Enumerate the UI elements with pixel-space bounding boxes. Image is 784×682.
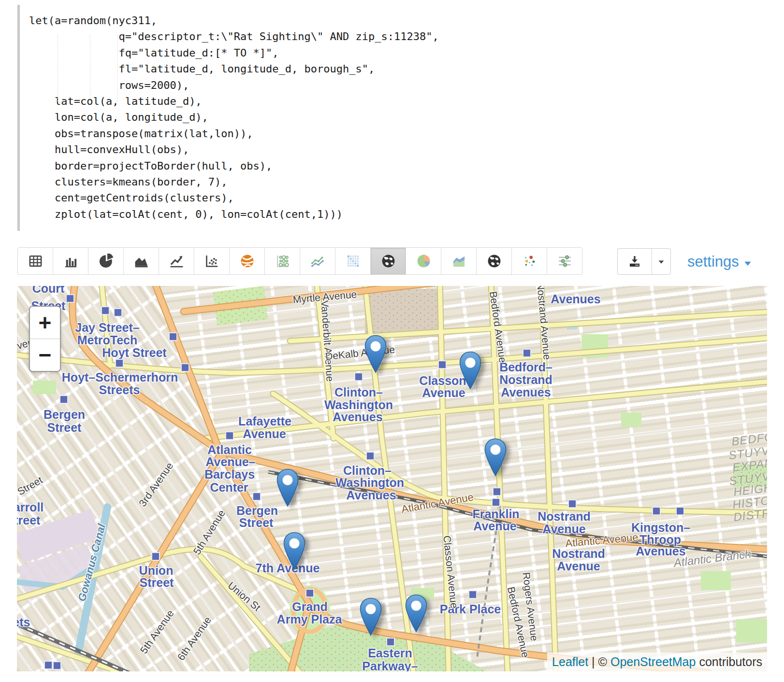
- zoom-out-button[interactable]: −: [30, 339, 60, 371]
- subway-station-square: [115, 359, 124, 368]
- pie-chart-colored-icon: [416, 254, 431, 269]
- map-label: Avenue–: [205, 455, 255, 469]
- multi-line-chart-icon: [310, 254, 325, 269]
- code-line: obs=transpose(matrix(lat,lon)),: [29, 126, 766, 142]
- indent-guide: [58, 35, 58, 101]
- map-label: Washington: [335, 476, 404, 490]
- subway-station-square: [53, 661, 61, 670]
- viz-globe-orange-button[interactable]: [230, 248, 265, 274]
- map-label: Hoyt–Schermerhorn: [62, 370, 178, 384]
- map-label: Carroll: [17, 500, 44, 514]
- code-line: zplot(lat=colAt(cent, 0), lon=colAt(cent…: [29, 206, 766, 222]
- subway-station-square: [66, 294, 74, 303]
- viz-globe-map-button[interactable]: [371, 248, 406, 274]
- code-line: border=projectToBorder(hull, obs),: [29, 158, 766, 174]
- caret-down-icon: [743, 258, 753, 268]
- subway-station-square: [523, 349, 531, 357]
- map-pin-icon: [359, 597, 383, 637]
- map-label: Center: [210, 481, 248, 495]
- bar-chart-icon: [63, 254, 78, 269]
- leaflet-map[interactable]: CourtStreetJay Street–MetroTechHoyt Stre…: [17, 286, 767, 671]
- map-label: Street: [47, 421, 82, 435]
- code-lines: let(a=random(nyc311, q="descriptor_t:\"R…: [29, 13, 766, 222]
- code-line: q="descriptor_t:\"Rat Sighting\" AND zip…: [29, 28, 766, 44]
- cluster-centroid-marker[interactable]: [483, 438, 508, 478]
- cluster-centroid-marker[interactable]: [363, 335, 388, 374]
- download-split-button: [617, 248, 671, 275]
- map-label: Hoyt Street: [102, 346, 166, 360]
- subway-station-square: [468, 590, 477, 599]
- subway-station-square: [492, 498, 500, 507]
- viz-multi-line-chart-button[interactable]: [300, 248, 335, 274]
- subway-station-square: [354, 372, 363, 381]
- map-label: Street: [239, 516, 274, 530]
- pie-chart-icon: [99, 254, 114, 269]
- subway-station-square: [181, 363, 189, 372]
- scatter-colored-icon: [522, 254, 537, 269]
- cluster-centroid-marker[interactable]: [282, 532, 306, 571]
- viz-scatter-plot-button[interactable]: [194, 248, 230, 274]
- indent-guide: [117, 35, 118, 101]
- subway-station-square: [386, 638, 395, 646]
- subway-station-square: [568, 499, 577, 508]
- map-pin-icon: [404, 594, 428, 634]
- cluster-centroid-marker[interactable]: [359, 597, 383, 637]
- map-label: Avenues: [346, 488, 396, 502]
- attribution-separator: | ©: [588, 655, 610, 668]
- globe-map-icon: [381, 254, 396, 269]
- code-line: fl="latitude_d, longitude_d, borough_s",: [29, 61, 766, 77]
- code-line: fq="latitude_d:[* TO *]",: [29, 45, 766, 61]
- viz-globe-dark-button[interactable]: [477, 248, 512, 274]
- cluster-centroid-marker[interactable]: [458, 351, 482, 391]
- subway-station-square: [169, 332, 177, 341]
- code-line: lat=col(a, latitude_d),: [29, 93, 766, 109]
- code-line: rows=2000),: [29, 77, 766, 93]
- subway-station-square: [652, 507, 661, 515]
- viz-scatter-colored-button[interactable]: [512, 248, 547, 274]
- subway-station-square: [305, 589, 314, 597]
- map-pin-icon: [363, 335, 388, 374]
- code-editor[interactable]: let(a=random(nyc311, q="descriptor_t:\"R…: [17, 5, 766, 231]
- map-pin-icon: [458, 351, 482, 391]
- map-zoom-control: + −: [29, 306, 61, 372]
- line-chart-icon: [169, 254, 184, 269]
- map-label: Avenue: [557, 559, 600, 573]
- download-button[interactable]: [618, 249, 652, 274]
- map-label: Streets: [17, 615, 30, 629]
- map-label: Clinton–: [334, 385, 383, 399]
- viz-pie-chart-colored-button[interactable]: [406, 248, 441, 274]
- viz-area-chart-button[interactable]: [124, 248, 159, 274]
- area-chart-icon: [134, 254, 149, 269]
- viz-heatmap-button[interactable]: [335, 248, 371, 274]
- visualization-toolbar: [17, 247, 582, 275]
- viz-facet-ranges-button[interactable]: [547, 248, 582, 274]
- viz-bar-chart-button[interactable]: [53, 248, 88, 274]
- map-label: Avenues: [333, 410, 382, 424]
- map-label: Bergen: [44, 408, 85, 422]
- viz-table-button[interactable]: [18, 248, 53, 274]
- map-label: Grand: [292, 600, 328, 614]
- openstreetmap-link[interactable]: OpenStreetMap: [610, 655, 696, 668]
- settings-toggle[interactable]: settings: [687, 253, 753, 270]
- map-label: Streets: [99, 383, 140, 397]
- map-pin-icon: [483, 438, 508, 478]
- cluster-centroid-marker[interactable]: [276, 469, 300, 508]
- viz-area-chart-colored-button[interactable]: [441, 248, 477, 274]
- map-label: Bedford–: [499, 360, 552, 374]
- viz-line-chart-button[interactable]: [159, 248, 194, 274]
- map-label: Lafayette: [238, 414, 291, 428]
- map-pin-icon: [276, 469, 300, 508]
- map-label: Avenues: [551, 292, 600, 306]
- leaflet-link[interactable]: Leaflet: [552, 655, 588, 668]
- viz-pie-chart-button[interactable]: [88, 248, 124, 274]
- subway-station-square: [252, 492, 261, 501]
- subway-station-square: [676, 507, 684, 515]
- code-line: clusters=kmeans(border, 7),: [29, 174, 766, 190]
- zoom-in-button[interactable]: +: [30, 307, 60, 339]
- subway-station-square: [101, 306, 110, 315]
- cluster-centroid-marker[interactable]: [404, 594, 428, 634]
- indent-guide: [90, 35, 90, 101]
- viz-bubble-matrix-button[interactable]: [265, 248, 300, 274]
- map-label: Avenues: [501, 385, 551, 399]
- download-options-button[interactable]: [652, 249, 670, 274]
